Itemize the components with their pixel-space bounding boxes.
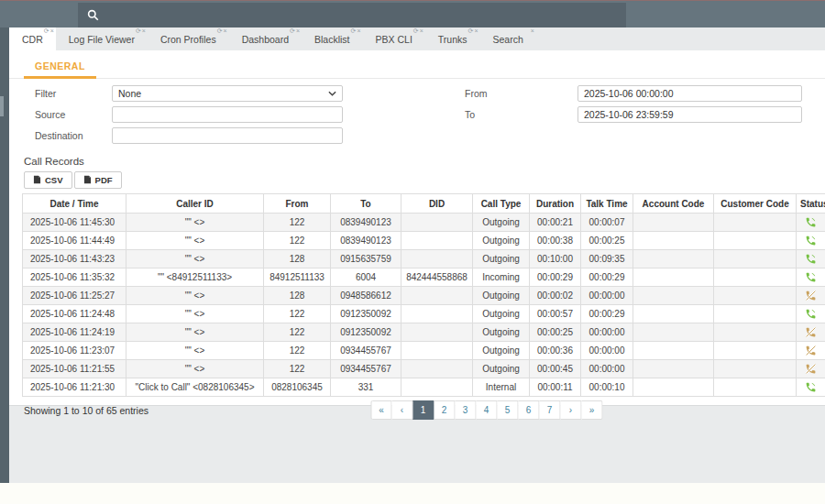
cell-from: 122 (264, 232, 331, 250)
cell-duration: 00:00:57 (530, 305, 581, 323)
cell-duration: 00:00:36 (530, 342, 581, 360)
table-row[interactable]: 2025-10-06 11:23:07"" <>1220934455767Out… (23, 342, 825, 360)
filter-select[interactable]: None (112, 85, 343, 102)
tab-refresh-icon[interactable]: ⟳ (468, 27, 474, 35)
page-button-7[interactable]: 7 (540, 400, 561, 420)
table-row[interactable]: 2025-10-06 11:25:27"" <>1280948586612Out… (23, 287, 825, 305)
tab-close-icon[interactable]: × (296, 27, 300, 35)
missed-call-icon[interactable] (797, 342, 825, 360)
table-row[interactable]: 2025-10-06 11:21:30"Click to Call" <0828… (23, 378, 825, 397)
chevron-down-icon (328, 91, 336, 96)
cell-talk-time: 00:00:25 (581, 232, 633, 250)
tab-close-icon[interactable]: × (224, 27, 227, 35)
destination-input[interactable] (112, 127, 343, 144)
table-row[interactable]: 2025-10-06 11:44:49"" <>1220839490123Out… (23, 232, 825, 250)
cell-from: 122 (264, 360, 331, 378)
cell-account-code (633, 214, 714, 232)
tab-close-icon[interactable]: × (420, 27, 424, 35)
tab-log-file-viewer[interactable]: ⟳×Log File Viewer (56, 27, 148, 50)
table-row[interactable]: 2025-10-06 11:43:23"" <>1280915635759Out… (23, 250, 825, 268)
tab-close-icon[interactable]: × (357, 27, 360, 35)
filter-select-value: None (118, 88, 141, 99)
collapsed-sidebar[interactable] (0, 27, 9, 483)
cell-customer-code (714, 323, 797, 342)
answered-call-icon[interactable] (797, 250, 825, 268)
table-row[interactable]: 2025-10-06 11:35:32"" <84912511133>84912… (23, 268, 825, 287)
global-search[interactable] (78, 3, 626, 27)
table-row[interactable]: 2025-10-06 11:24:48"" <>1220912350092Out… (23, 305, 825, 323)
table-row[interactable]: 2025-10-06 11:24:19"" <>1220912350092Out… (23, 323, 825, 342)
page-button-4[interactable]: 4 (477, 400, 498, 420)
table-row[interactable]: 2025-10-06 11:45:30"" <>1220839490123Out… (23, 214, 825, 232)
answered-call-icon[interactable] (797, 378, 825, 397)
to-date-input[interactable] (578, 106, 802, 123)
tab-general[interactable]: GENERAL (24, 55, 96, 79)
filter-form: Filter None From Source To Destination (9, 79, 825, 150)
answered-call-icon[interactable] (797, 305, 825, 323)
tab-close-icon[interactable]: × (474, 27, 478, 35)
table-header-row: Date / TimeCaller IDFromToDIDCall TypeDu… (23, 194, 825, 214)
cell-customer-code (714, 287, 797, 305)
page-button-3[interactable]: 3 (456, 400, 477, 420)
tab-refresh-icon[interactable]: ⟳ (136, 27, 141, 35)
entries-summary: Showing 1 to 10 of 65 entries (24, 405, 148, 416)
cell-talk-time: 00:00:00 (581, 342, 633, 360)
cell-customer-code (714, 232, 797, 250)
page-button-5[interactable]: 5 (498, 400, 519, 420)
tab-label: Trunks (438, 34, 468, 45)
tab-close-icon[interactable]: × (50, 27, 54, 35)
page-button-2[interactable]: 2 (434, 400, 456, 420)
missed-call-icon[interactable] (797, 323, 825, 342)
cell-did (402, 214, 473, 232)
cell-customer-code (714, 378, 797, 397)
tab-label: CDR (22, 34, 43, 45)
tab-refresh-icon[interactable]: ⟳ (351, 27, 357, 35)
cell-talk-time: 00:00:10 (581, 378, 633, 397)
tab-dashboard[interactable]: ⟳×Dashboard (229, 27, 302, 50)
from-date-input[interactable] (578, 85, 802, 102)
tab-refresh-icon[interactable]: ⟳ (290, 27, 295, 35)
cell-caller-id: "Click to Call" <0828106345> (126, 378, 264, 397)
cell-did (402, 378, 473, 397)
export-pdf-button[interactable]: PDF (74, 171, 122, 189)
page-button-›[interactable]: › (561, 400, 582, 420)
cell-talk-time: 00:00:00 (581, 287, 633, 305)
tab-close-icon[interactable]: × (531, 27, 534, 35)
cell-call-type: Outgoing (473, 342, 530, 360)
export-csv-button[interactable]: CSV (24, 171, 72, 189)
cell-call-type: Incoming (473, 268, 530, 287)
tab-label: Blacklist (314, 34, 350, 45)
column-header-account-code: Account Code (633, 194, 714, 214)
tab-cron-profiles[interactable]: ⟳×Cron Profiles (148, 27, 229, 50)
cell-customer-code (714, 342, 797, 360)
page-button-‹[interactable]: ‹ (392, 400, 413, 420)
cell-duration: 00:00:25 (530, 323, 581, 342)
missed-call-icon[interactable] (797, 287, 825, 305)
tab-blacklist[interactable]: ⟳×Blacklist (302, 27, 363, 50)
tab-pbx-cli[interactable]: ⟳×PBX CLI (363, 27, 425, 50)
answered-call-icon[interactable] (797, 214, 825, 232)
tab-trunks[interactable]: ⟳×Trunks (425, 27, 480, 50)
source-input[interactable] (112, 106, 343, 123)
tab-refresh-icon[interactable]: ⟳ (413, 27, 419, 35)
page-button-1[interactable]: 1 (413, 400, 434, 420)
cell-talk-time: 00:00:00 (581, 360, 633, 378)
answered-call-icon[interactable] (797, 268, 825, 287)
tabbar: ⟳×CDR⟳×Log File Viewer⟳×Cron Profiles⟳×D… (9, 27, 825, 50)
tab-refresh-icon[interactable]: ⟳ (217, 27, 223, 35)
tab-refresh-icon[interactable]: ⟳ (44, 27, 50, 35)
table-row[interactable]: 2025-10-06 11:21:55"" <>1220934455767Out… (23, 360, 825, 378)
answered-call-icon[interactable] (797, 232, 825, 250)
cell-date-time: 2025-10-06 11:45:30 (23, 214, 126, 232)
sidebar-handle[interactable] (0, 96, 4, 116)
tab-search[interactable]: ×Search (480, 27, 536, 50)
search-input[interactable] (99, 3, 626, 27)
cell-from: 122 (264, 342, 331, 360)
page-button-6[interactable]: 6 (519, 400, 540, 420)
tab-close-icon[interactable]: × (142, 27, 146, 35)
tab-cdr[interactable]: ⟳×CDR (9, 27, 56, 50)
missed-call-icon[interactable] (797, 360, 825, 378)
page-button-»[interactable]: » (582, 400, 603, 420)
page-button-«[interactable]: « (371, 400, 392, 420)
call-records-table: Date / TimeCaller IDFromToDIDCall TypeDu… (22, 193, 825, 397)
